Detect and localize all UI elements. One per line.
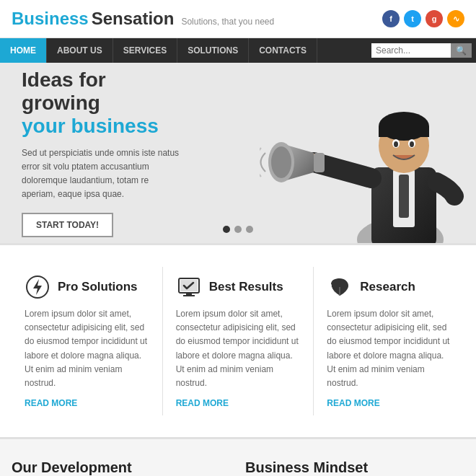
nav-solutions[interactable]: SOLUTIONS xyxy=(177,38,249,63)
hero-dot-3[interactable] xyxy=(246,226,253,233)
feature-title-2: Best Results xyxy=(209,280,283,294)
feature-title-1: Pro Solutions xyxy=(58,280,138,294)
logo-tagline: Solutions, that you need xyxy=(181,17,274,27)
hero-title-line2: your business xyxy=(22,115,180,138)
googleplus-icon[interactable]: g xyxy=(426,10,443,27)
hero-description: Sed ut perspiciatis unde omnis iste natu… xyxy=(22,146,180,202)
features-section: Pro Solutions Lorem ipsum dolor sit amet… xyxy=(0,243,476,437)
mindset-title: Business Mindset xyxy=(245,459,464,476)
feature-header-1: Pro Solutions xyxy=(25,274,149,300)
business-mindset: Business Mindset xyxy=(245,459,464,476)
feature-best-results: Best Results Lorem ipsum dolor sit amet,… xyxy=(163,267,314,415)
main-nav: HOME ABOUT US SERVICES SOLUTIONS CONTACT… xyxy=(0,38,476,63)
search-button[interactable]: 🔍 xyxy=(451,43,472,58)
logo: Business Sensation Solutions, that you n… xyxy=(12,9,274,29)
svg-rect-3 xyxy=(399,175,409,218)
lower-section: Our Development xyxy=(0,437,476,476)
svg-point-10 xyxy=(394,141,398,147)
feature-desc-3: Lorem ipsum dolor sit amet, consectetur … xyxy=(327,307,451,390)
hero-cta-button[interactable]: START TODAY! xyxy=(22,213,113,237)
leaf-icon xyxy=(327,274,353,300)
feature-desc-2: Lorem ipsum dolor sit amet, consectetur … xyxy=(176,307,301,390)
svg-point-11 xyxy=(410,141,414,147)
rss-icon[interactable]: ∿ xyxy=(447,10,464,27)
hero-dot-2[interactable] xyxy=(234,226,242,233)
hero-title-line1: Ideas for growing xyxy=(22,69,180,115)
svg-rect-14 xyxy=(314,153,325,172)
hero-section: Ideas for growing your business Sed ut p… xyxy=(0,63,476,243)
search-input[interactable] xyxy=(371,43,451,58)
hero-content: Ideas for growing your business Sed ut p… xyxy=(0,63,202,243)
hero-image xyxy=(231,63,476,243)
monitor-icon xyxy=(176,274,202,300)
svg-point-13 xyxy=(271,146,291,178)
search-bar: 🔍 xyxy=(367,40,476,61)
svg-rect-7 xyxy=(379,126,429,137)
development-title: Our Development xyxy=(12,459,231,476)
feature-research: Research Lorem ipsum dolor sit amet, con… xyxy=(314,267,464,415)
feature-header-3: Research xyxy=(327,274,451,300)
feature-pro-solutions: Pro Solutions Lorem ipsum dolor sit amet… xyxy=(12,267,163,415)
hero-illustration xyxy=(260,63,476,243)
feature-link-1[interactable]: READ MORE xyxy=(25,398,77,408)
feature-link-3[interactable]: READ MORE xyxy=(327,398,379,408)
nav-services[interactable]: SERVICES xyxy=(113,38,177,63)
nav-contacts[interactable]: CONTACTS xyxy=(249,38,317,63)
hero-dots xyxy=(223,226,253,233)
our-development: Our Development xyxy=(12,459,231,476)
feature-header-2: Best Results xyxy=(176,274,301,300)
site-header: Business Sensation Solutions, that you n… xyxy=(0,0,476,38)
hero-dot-1[interactable] xyxy=(223,226,230,233)
logo-business: Business xyxy=(12,9,89,29)
nav-about[interactable]: ABOUT US xyxy=(47,38,113,63)
lightning-icon xyxy=(25,274,50,300)
nav-home[interactable]: HOME xyxy=(0,38,47,63)
logo-sensation: Sensation xyxy=(92,9,175,29)
social-icons: f t g ∿ xyxy=(382,10,464,27)
svg-rect-19 xyxy=(183,295,195,296)
feature-title-3: Research xyxy=(360,280,415,294)
facebook-icon[interactable]: f xyxy=(382,10,400,27)
feature-link-2[interactable]: READ MORE xyxy=(176,398,229,408)
twitter-icon[interactable]: t xyxy=(404,10,421,27)
feature-desc-1: Lorem ipsum dolor sit amet, consectetur … xyxy=(25,307,149,390)
